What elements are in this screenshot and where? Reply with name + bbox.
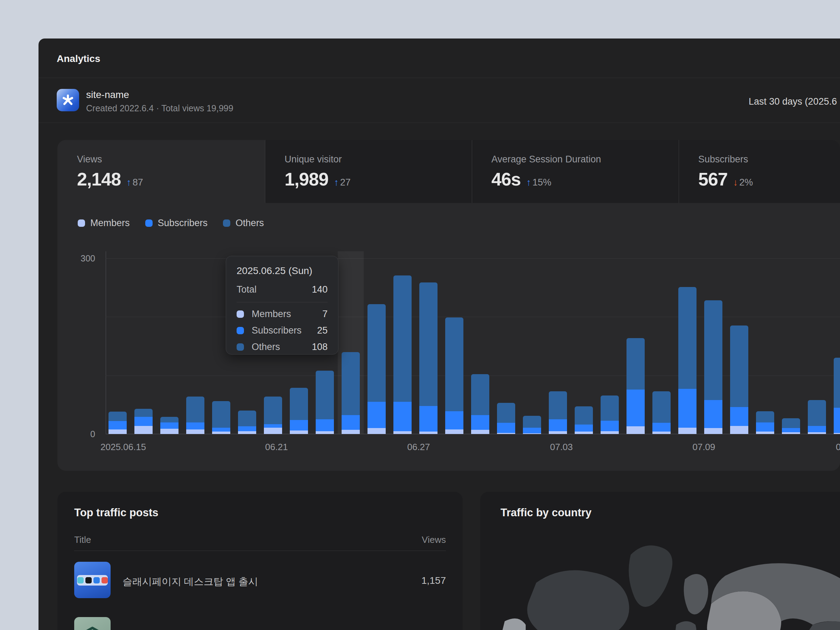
bar-segment-subscribers[interactable] bbox=[471, 415, 489, 430]
bar-segment-members[interactable] bbox=[782, 432, 800, 434]
bar-segment-members[interactable] bbox=[368, 428, 386, 434]
bar-segment-members[interactable] bbox=[834, 433, 840, 434]
bar-segment-subscribers[interactable] bbox=[316, 419, 334, 431]
bar-segment-members[interactable] bbox=[523, 433, 541, 434]
bar-segment-others[interactable] bbox=[134, 409, 153, 417]
bar-segment-members[interactable] bbox=[264, 428, 282, 434]
tooltip-divider bbox=[237, 302, 328, 302]
bar-segment-others[interactable] bbox=[212, 401, 230, 427]
date-range-selector[interactable]: Last 30 days (2025.6 bbox=[748, 96, 837, 107]
bar-segment-subscribers[interactable] bbox=[264, 424, 282, 428]
tooltip-date: 2025.06.25 (Sun) bbox=[237, 265, 328, 276]
bar-segment-members[interactable] bbox=[652, 431, 671, 434]
post-thumbnail bbox=[74, 617, 111, 630]
tooltip-total-label: Total bbox=[237, 284, 257, 295]
bar-segment-subscribers[interactable] bbox=[445, 411, 463, 429]
bar-segment-subscribers[interactable] bbox=[290, 420, 308, 431]
bar-segment-others[interactable] bbox=[109, 412, 127, 421]
bar-segment-subscribers[interactable] bbox=[523, 428, 541, 434]
bar-segment-members[interactable] bbox=[393, 431, 412, 434]
bar-segment-members[interactable] bbox=[730, 426, 748, 434]
bar-segment-others[interactable] bbox=[264, 396, 282, 424]
bar-segment-members[interactable] bbox=[134, 426, 153, 434]
bar-segment-members[interactable] bbox=[575, 431, 593, 434]
bar-segment-others[interactable] bbox=[160, 417, 178, 422]
bar-segment-subscribers[interactable] bbox=[549, 419, 567, 431]
bar-segment-others[interactable] bbox=[238, 411, 256, 426]
bar-segment-others[interactable] bbox=[756, 411, 774, 422]
bar-segment-members[interactable] bbox=[808, 432, 826, 434]
bar-segment-others[interactable] bbox=[627, 338, 645, 390]
post-views: 1,157 bbox=[422, 575, 446, 586]
bar-segment-members[interactable] bbox=[186, 429, 204, 434]
bar-segment-members[interactable] bbox=[678, 428, 696, 434]
gridline bbox=[106, 317, 840, 317]
bar-segment-others[interactable] bbox=[186, 396, 204, 422]
bar-segment-subscribers[interactable] bbox=[678, 389, 696, 427]
bar-segment-members[interactable] bbox=[704, 428, 722, 434]
bar-segment-members[interactable] bbox=[627, 426, 645, 434]
bar-segment-others[interactable] bbox=[393, 275, 412, 402]
bar-segment-others[interactable] bbox=[445, 317, 463, 411]
post-row[interactable]: GPT-5 Is Coming in July 2025 — And Every… bbox=[74, 610, 446, 630]
bar-segment-others[interactable] bbox=[601, 395, 619, 421]
bar-segment-others[interactable] bbox=[523, 416, 541, 427]
bar-segment-subscribers[interactable] bbox=[212, 428, 230, 432]
bar-segment-subscribers[interactable] bbox=[497, 423, 515, 433]
bar-segment-others[interactable] bbox=[834, 358, 840, 407]
bar-segment-subscribers[interactable] bbox=[704, 400, 722, 428]
post-row[interactable]: 슬래시페이지 데스크탑 앱 출시 1,157 bbox=[74, 555, 446, 607]
bar-segment-subscribers[interactable] bbox=[782, 428, 800, 432]
bar-segment-others[interactable] bbox=[290, 388, 308, 420]
bar-segment-others[interactable] bbox=[471, 374, 489, 415]
bar-segment-subscribers[interactable] bbox=[627, 390, 645, 426]
bar-segment-others[interactable] bbox=[368, 304, 386, 402]
bar-segment-subscribers[interactable] bbox=[342, 415, 360, 430]
bar-segment-members[interactable] bbox=[212, 431, 230, 434]
bar-segment-subscribers[interactable] bbox=[109, 421, 127, 429]
bar-segment-others[interactable] bbox=[704, 300, 722, 400]
bar-segment-members[interactable] bbox=[290, 431, 308, 434]
bar-segment-members[interactable] bbox=[471, 430, 489, 434]
bar-segment-others[interactable] bbox=[575, 406, 593, 425]
tooltip-row-subscribers: Subscribers25 bbox=[237, 325, 328, 336]
bar-segment-others[interactable] bbox=[549, 391, 567, 419]
bar-segment-subscribers[interactable] bbox=[652, 423, 671, 431]
bar-segment-subscribers[interactable] bbox=[601, 421, 619, 431]
bar-segment-subscribers[interactable] bbox=[134, 417, 153, 426]
bar-segment-subscribers[interactable] bbox=[160, 422, 178, 429]
bar-segment-subscribers[interactable] bbox=[730, 407, 748, 426]
bar-segment-subscribers[interactable] bbox=[575, 425, 593, 431]
tooltip-row-value: 108 bbox=[312, 342, 328, 352]
bar-segment-members[interactable] bbox=[316, 431, 334, 434]
bar-segment-subscribers[interactable] bbox=[368, 402, 386, 428]
bar-segment-others[interactable] bbox=[678, 287, 696, 389]
page-title: Analytics bbox=[57, 53, 101, 65]
bar-segment-others[interactable] bbox=[808, 400, 826, 426]
bar-segment-members[interactable] bbox=[238, 431, 256, 434]
tooltip-row-value: 25 bbox=[317, 325, 328, 336]
bar-segment-others[interactable] bbox=[782, 418, 800, 428]
bar-segment-members[interactable] bbox=[109, 429, 127, 434]
bar-segment-subscribers[interactable] bbox=[393, 402, 412, 431]
bar-segment-others[interactable] bbox=[497, 403, 515, 423]
bar-segment-subscribers[interactable] bbox=[186, 422, 204, 429]
bar-segment-members[interactable] bbox=[342, 430, 360, 434]
bar-segment-others[interactable] bbox=[316, 371, 334, 419]
bar-segment-others[interactable] bbox=[730, 325, 748, 407]
bar-segment-members[interactable] bbox=[497, 433, 515, 434]
bar-segment-subscribers[interactable] bbox=[756, 422, 774, 432]
bar-segment-subscribers[interactable] bbox=[238, 426, 256, 431]
bar-segment-subscribers[interactable] bbox=[419, 406, 437, 432]
bar-segment-members[interactable] bbox=[160, 429, 178, 434]
bar-segment-members[interactable] bbox=[601, 431, 619, 434]
bar-segment-members[interactable] bbox=[756, 431, 774, 434]
bar-segment-others[interactable] bbox=[652, 391, 671, 423]
bar-segment-others[interactable] bbox=[419, 283, 437, 406]
bar-segment-members[interactable] bbox=[419, 431, 437, 434]
bar-segment-members[interactable] bbox=[549, 431, 567, 434]
bar-segment-subscribers[interactable] bbox=[808, 426, 826, 432]
bar-segment-others[interactable] bbox=[342, 352, 360, 415]
bar-segment-subscribers[interactable] bbox=[834, 408, 840, 433]
bar-segment-members[interactable] bbox=[445, 429, 463, 434]
